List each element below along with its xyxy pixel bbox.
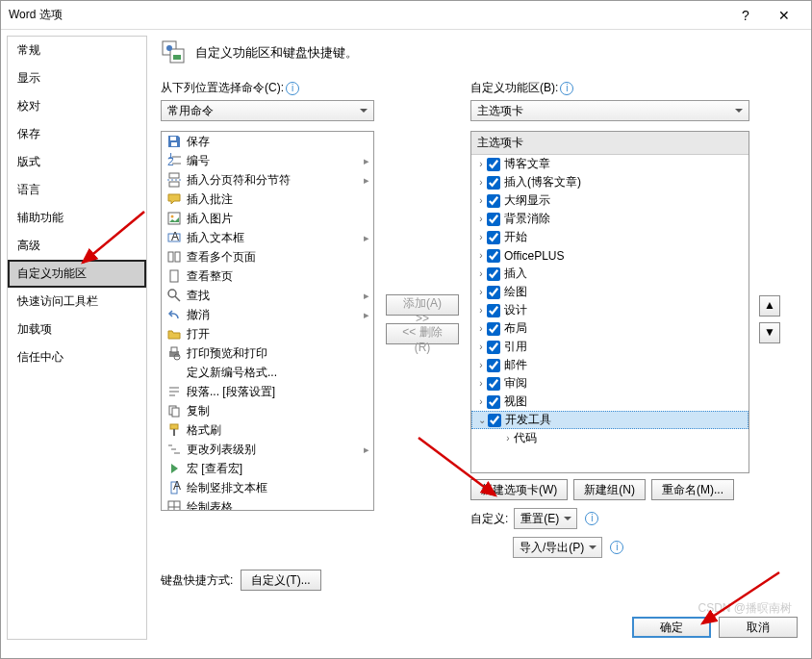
command-item[interactable]: 插入图片 — [162, 209, 373, 228]
command-item[interactable]: 绘制表格 — [162, 497, 373, 511]
tree-item[interactable]: ›OfficePLUS — [471, 246, 749, 265]
command-item[interactable]: 打印预览和打印 — [162, 343, 373, 363]
command-item[interactable]: 打开 — [162, 324, 373, 343]
expand-arrow-icon[interactable]: ⌄ — [476, 415, 488, 425]
sidebar-item-3[interactable]: 保存 — [8, 120, 146, 148]
sidebar-item-2[interactable]: 校对 — [8, 92, 146, 120]
tree-item[interactable]: ›设计 — [471, 301, 749, 319]
expand-arrow-icon[interactable]: › — [502, 433, 514, 444]
ok-button[interactable]: 确定 — [632, 617, 711, 638]
remove-button[interactable]: << 删除(R) — [386, 323, 459, 344]
command-item[interactable]: 更改列表级别▸ — [162, 440, 373, 459]
tab-checkbox[interactable] — [487, 249, 500, 263]
tree-item[interactable]: ›邮件 — [471, 356, 749, 374]
tab-checkbox[interactable] — [487, 176, 500, 190]
tab-checkbox[interactable] — [487, 377, 500, 391]
tab-checkbox[interactable] — [487, 286, 500, 299]
tree-item[interactable]: ›代码 — [471, 429, 749, 447]
command-item[interactable]: A插入文本框▸ — [162, 228, 373, 247]
tab-checkbox[interactable] — [487, 341, 500, 354]
tab-checkbox[interactable] — [487, 158, 500, 171]
command-item[interactable]: 插入分页符和分节符▸ — [162, 170, 373, 190]
tab-checkbox[interactable] — [487, 395, 500, 409]
tab-checkbox[interactable] — [487, 359, 500, 372]
command-item[interactable]: 格式刷 — [162, 420, 373, 440]
sidebar-item-11[interactable]: 信任中心 — [8, 343, 146, 371]
expand-arrow-icon[interactable]: › — [475, 250, 487, 261]
tab-checkbox[interactable] — [488, 414, 501, 427]
command-item[interactable]: 12编号▸ — [162, 151, 373, 170]
ribbon-scope-combo[interactable]: 主选项卡 — [470, 100, 749, 121]
close-button[interactable]: ✕ — [765, 8, 803, 23]
command-item[interactable]: 查看多个页面 — [162, 247, 373, 266]
sidebar-item-1[interactable]: 显示 — [8, 64, 146, 92]
expand-arrow-icon[interactable]: › — [475, 305, 487, 316]
expand-arrow-icon[interactable]: › — [475, 214, 487, 224]
command-item[interactable]: 插入批注 — [162, 190, 373, 209]
info-icon[interactable]: i — [610, 541, 623, 554]
new-group-button[interactable]: 新建组(N) — [573, 479, 646, 500]
reset-combo[interactable]: 重置(E) — [514, 508, 577, 529]
info-icon[interactable]: i — [286, 82, 299, 95]
tree-item[interactable]: ›大纲显示 — [471, 191, 749, 210]
expand-arrow-icon[interactable]: › — [475, 342, 487, 352]
tree-item[interactable]: ›审阅 — [471, 374, 749, 393]
tab-checkbox[interactable] — [487, 267, 500, 281]
tab-checkbox[interactable] — [487, 304, 500, 317]
expand-arrow-icon[interactable]: › — [475, 195, 487, 206]
command-item[interactable]: 宏 [查看宏] — [162, 459, 373, 478]
expand-arrow-icon[interactable]: › — [475, 268, 487, 279]
tab-checkbox[interactable] — [487, 231, 500, 244]
rename-button[interactable]: 重命名(M)... — [651, 479, 734, 500]
expand-arrow-icon[interactable]: › — [475, 396, 487, 407]
move-down-button[interactable]: ▼ — [759, 322, 780, 343]
command-item[interactable]: 查看整页 — [162, 266, 373, 286]
sidebar-item-0[interactable]: 常规 — [8, 37, 146, 64]
tree-item[interactable]: ⌄开发工具 — [471, 411, 749, 429]
info-icon[interactable]: i — [585, 512, 598, 525]
tree-item[interactable]: ›引用 — [471, 338, 749, 356]
sidebar-item-10[interactable]: 加载项 — [8, 316, 146, 343]
sidebar-item-6[interactable]: 辅助功能 — [8, 204, 146, 232]
sidebar-item-5[interactable]: 语言 — [8, 176, 146, 204]
add-button[interactable]: 添加(A) >> — [386, 294, 459, 316]
tree-item[interactable]: ›博客文章 — [471, 155, 749, 173]
sidebar-item-9[interactable]: 快速访问工具栏 — [8, 288, 146, 316]
sidebar-item-8[interactable]: 自定义功能区 — [8, 260, 146, 288]
sidebar-item-4[interactable]: 版式 — [8, 148, 146, 176]
sidebar-item-7[interactable]: 高级 — [8, 232, 146, 260]
info-icon[interactable]: i — [560, 82, 573, 95]
command-item[interactable]: 定义新编号格式... — [162, 363, 373, 382]
ribbon-tree[interactable]: 主选项卡 ›博客文章›插入(博客文章)›大纲显示›背景消除›开始›OfficeP… — [470, 131, 749, 473]
command-item[interactable]: 撤消▸ — [162, 305, 373, 324]
command-item[interactable]: A绘制竖排文本框 — [162, 478, 373, 497]
expand-arrow-icon[interactable]: › — [475, 360, 487, 370]
tree-item[interactable]: ›视图 — [471, 393, 749, 411]
tree-item[interactable]: ›布局 — [471, 319, 749, 338]
tree-item[interactable]: ›插入 — [471, 265, 749, 283]
expand-arrow-icon[interactable]: › — [475, 378, 487, 389]
commands-source-combo[interactable]: 常用命令 — [161, 100, 374, 121]
tab-checkbox[interactable] — [487, 213, 500, 226]
keyboard-customize-button[interactable]: 自定义(T)... — [241, 570, 320, 591]
expand-arrow-icon[interactable]: › — [475, 323, 487, 334]
tab-checkbox[interactable] — [487, 322, 500, 336]
tree-item[interactable]: ›背景消除 — [471, 210, 749, 228]
help-button[interactable]: ? — [726, 8, 765, 23]
tree-item[interactable]: ›开始 — [471, 228, 749, 246]
move-up-button[interactable]: ▲ — [759, 295, 780, 317]
tab-checkbox[interactable] — [487, 194, 500, 208]
new-tab-button[interactable]: 新建选项卡(W) — [470, 479, 568, 500]
expand-arrow-icon[interactable]: › — [475, 287, 487, 297]
expand-arrow-icon[interactable]: › — [475, 177, 487, 188]
expand-arrow-icon[interactable]: › — [475, 159, 487, 169]
expand-arrow-icon[interactable]: › — [475, 232, 487, 242]
command-item[interactable]: 复制 — [162, 401, 373, 420]
commands-list[interactable]: 保存12编号▸插入分页符和分节符▸插入批注插入图片A插入文本框▸查看多个页面查看… — [161, 131, 374, 511]
tree-item[interactable]: ›绘图 — [471, 283, 749, 301]
import-export-combo[interactable]: 导入/导出(P) — [513, 537, 602, 558]
cancel-button[interactable]: 取消 — [719, 617, 798, 638]
command-item[interactable]: 保存 — [162, 132, 373, 151]
command-item[interactable]: 段落... [段落设置] — [162, 382, 373, 401]
command-item[interactable]: 查找▸ — [162, 286, 373, 305]
